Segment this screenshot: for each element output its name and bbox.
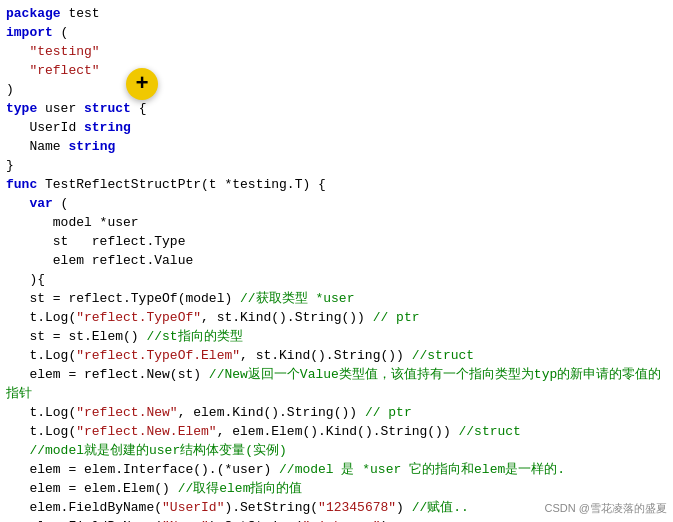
code-line-2: import ( (6, 23, 667, 42)
code-line-9: } (6, 156, 667, 175)
code-line-18: st = st.Elem() //st指向的类型 (6, 327, 667, 346)
code-line-17: t.Log("reflect.TypeOf", st.Kind().String… (6, 308, 667, 327)
code-line-23: //model就是创建的user结构体变量(实例) (6, 441, 667, 460)
code-line-11: var ( (6, 194, 667, 213)
code-line-27: elem.FieldByName("Name").SetString("nick… (6, 517, 667, 522)
code-line-6: type user struct { (6, 99, 667, 118)
plus-bubble-button[interactable]: + (126, 68, 158, 100)
code-line-8: Name string (6, 137, 667, 156)
code-editor: package test import ( "testing" "reflect… (0, 0, 673, 522)
code-line-5: ) (6, 80, 667, 99)
code-line-4: "reflect" (6, 61, 667, 80)
code-line-15: ){ (6, 270, 667, 289)
code-line-3: "testing" (6, 42, 667, 61)
code-line-12: model *user (6, 213, 667, 232)
code-line-7: UserId string (6, 118, 667, 137)
code-line-25: elem = elem.Elem() //取得elem指向的值 (6, 479, 667, 498)
code-line-13: st reflect.Type (6, 232, 667, 251)
code-line-22: t.Log("reflect.New.Elem", elem.Elem().Ki… (6, 422, 667, 441)
code-line-16: st = reflect.TypeOf(model) //获取类型 *user (6, 289, 667, 308)
code-line-24: elem = elem.Interface().(*user) //model … (6, 460, 667, 479)
code-line-20: elem = reflect.New(st) //New返回一个Value类型值… (6, 365, 667, 403)
code-line-14: elem reflect.Value (6, 251, 667, 270)
code-line-1: package test (6, 4, 667, 23)
code-line-19: t.Log("reflect.TypeOf.Elem", st.Kind().S… (6, 346, 667, 365)
code-line-10: func TestReflectStructPtr(t *testing.T) … (6, 175, 667, 194)
watermark: CSDN @雪花凌落的盛夏 (545, 501, 667, 516)
code-line-21: t.Log("reflect.New", elem.Kind().String(… (6, 403, 667, 422)
